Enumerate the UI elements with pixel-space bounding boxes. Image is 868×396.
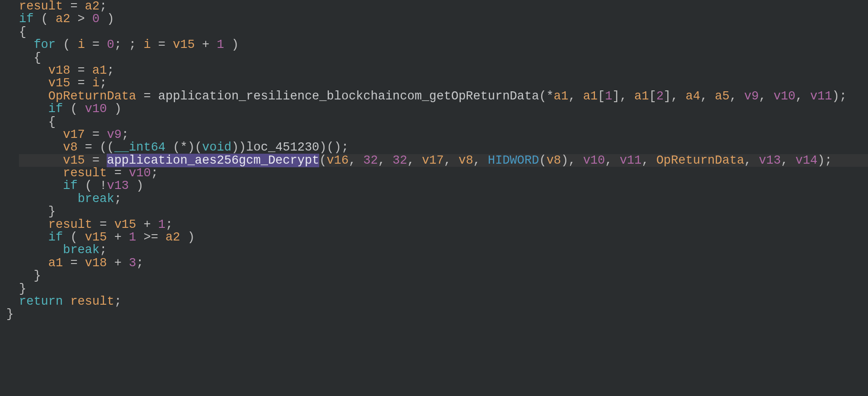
- code-token: (: [539, 154, 546, 167]
- code-token: =: [85, 128, 107, 141]
- code-token: [19, 64, 48, 77]
- code-line[interactable]: if ( v15 + 1 >= a2 ): [19, 231, 868, 244]
- code-token: [19, 102, 48, 116]
- code-token: 32: [392, 154, 407, 167]
- code-line[interactable]: a1 = v18 + 3;: [19, 257, 868, 269]
- code-token: >: [70, 12, 92, 26]
- code-line[interactable]: }: [19, 283, 868, 295]
- code-line[interactable]: break;: [19, 193, 868, 205]
- code-token: +: [107, 256, 129, 270]
- code-line[interactable]: result = v10;: [19, 167, 868, 179]
- code-token: v14: [796, 154, 818, 167]
- code-token: (*: [539, 90, 553, 103]
- code-line[interactable]: }: [6, 308, 868, 321]
- code-token: ,: [759, 90, 774, 103]
- code-line[interactable]: v15 = application_aes256gcm_Decrypt(v16,…: [19, 154, 868, 167]
- code-token: ): [107, 102, 121, 116]
- code-token: v9: [107, 128, 121, 141]
- code-token: v10: [129, 166, 151, 180]
- code-token: 3: [129, 256, 136, 270]
- code-token: }: [19, 269, 41, 283]
- code-token: {: [19, 51, 41, 65]
- code-line[interactable]: for ( i = 0; ; i = v15 + 1 ): [19, 38, 868, 51]
- code-token: v8: [547, 154, 561, 167]
- code-token: (: [56, 38, 78, 52]
- code-token: v8: [458, 154, 473, 167]
- code-line[interactable]: result = v15 + 1;: [19, 218, 868, 231]
- code-line[interactable]: {: [19, 52, 868, 64]
- code-token: 1: [605, 90, 612, 103]
- code-token: result: [48, 218, 92, 231]
- code-token: {: [19, 25, 26, 39]
- code-token: ): [129, 179, 143, 193]
- code-token: 2: [656, 90, 664, 103]
- code-token: ): [180, 231, 194, 244]
- code-token: if: [48, 102, 63, 116]
- code-token: v11: [620, 154, 642, 167]
- code-token: ,: [568, 90, 583, 103]
- code-token: ;: [114, 295, 122, 308]
- code-token: =: [70, 64, 92, 77]
- code-token: ;: [136, 256, 143, 270]
- code-token: =: [107, 166, 129, 180]
- code-token: [19, 154, 63, 167]
- code-token: a2: [165, 231, 180, 244]
- code-token: a1: [92, 64, 107, 77]
- code-token: ;: [165, 218, 173, 231]
- code-token: ;: [151, 166, 158, 180]
- code-token: a4: [685, 90, 700, 103]
- code-token: [19, 231, 48, 244]
- code-token: }: [19, 205, 56, 218]
- code-token: (: [319, 154, 326, 167]
- code-line[interactable]: v18 = a1;: [19, 64, 868, 77]
- code-token: =: [85, 154, 107, 167]
- code-token: }: [19, 282, 26, 296]
- code-token: [19, 179, 63, 193]
- code-line[interactable]: if ( v10 ): [19, 103, 868, 115]
- code-line[interactable]: v17 = v9;: [19, 128, 868, 141]
- code-token: >=: [136, 231, 165, 244]
- code-line[interactable]: {: [19, 26, 868, 38]
- code-token: loc_451230: [246, 141, 319, 154]
- code-token: v15: [85, 231, 107, 244]
- code-token: =: [151, 38, 173, 52]
- code-line[interactable]: OpReturnData = application_resilience_bl…: [19, 90, 868, 103]
- code-line[interactable]: v8 = ((__int64 (*)(void))loc_451230)();: [19, 141, 868, 154]
- code-token: ;: [114, 192, 122, 206]
- code-token: ,: [796, 90, 810, 103]
- code-token: 1: [217, 38, 224, 52]
- code-token: ): [99, 12, 114, 26]
- code-token: a2: [85, 0, 99, 13]
- code-token: if: [63, 179, 77, 193]
- code-token: ,: [378, 154, 392, 167]
- code-token: v9: [744, 90, 759, 103]
- code-token: a1: [634, 90, 649, 103]
- code-token: ],: [664, 90, 686, 103]
- code-line[interactable]: v15 = i;: [19, 77, 868, 90]
- code-token: =: [92, 218, 114, 231]
- code-token: v11: [810, 90, 832, 103]
- code-line[interactable]: return result;: [19, 295, 868, 308]
- code-line[interactable]: if ( !v13 ): [19, 179, 868, 192]
- decompiled-code-view[interactable]: result = a2;if ( a2 > 0 ){ for ( i = 0; …: [0, 0, 868, 321]
- code-token: ,: [730, 90, 744, 103]
- code-token: [63, 295, 70, 308]
- code-token: ;: [107, 64, 114, 77]
- code-line[interactable]: }: [19, 205, 868, 218]
- code-token: (: [63, 231, 85, 244]
- code-token: if: [19, 12, 33, 26]
- code-line[interactable]: break;: [19, 244, 868, 256]
- code-token: }: [6, 307, 14, 321]
- code-token: [19, 218, 48, 231]
- code-token: OpReturnData: [656, 154, 744, 167]
- code-line[interactable]: if ( a2 > 0 ): [19, 13, 868, 25]
- code-token: ,: [444, 154, 458, 167]
- code-token: for: [33, 38, 56, 52]
- code-token: v15: [48, 76, 71, 90]
- code-token: v13: [759, 154, 781, 167]
- code-line[interactable]: {: [19, 116, 868, 128]
- code-line[interactable]: }: [19, 269, 868, 282]
- code-token: result: [19, 0, 63, 13]
- code-line[interactable]: result = a2;: [19, 0, 868, 13]
- code-token: =: [63, 0, 85, 13]
